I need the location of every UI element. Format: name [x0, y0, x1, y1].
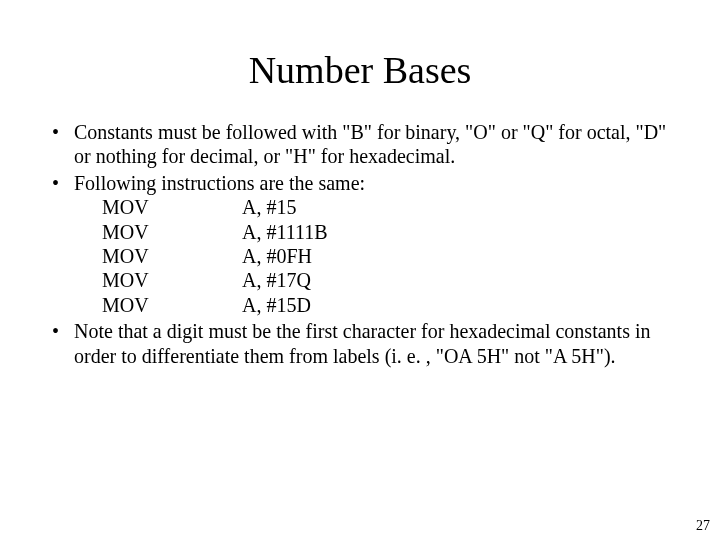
bullet-list: Constants must be followed with "B" for …: [46, 120, 674, 368]
instruction-row: MOV A, #15D: [102, 293, 674, 317]
instruction-row: MOV A, #1111B: [102, 220, 674, 244]
instruction-arg: A, #15D: [242, 293, 674, 317]
slide-body: Constants must be followed with "B" for …: [0, 120, 720, 368]
slide: Number Bases Constants must be followed …: [0, 0, 720, 540]
instruction-arg: A, #17Q: [242, 268, 674, 292]
bullet-text: Following instructions are the same:: [74, 172, 365, 194]
bullet-item: Constants must be followed with "B" for …: [46, 120, 674, 169]
slide-title: Number Bases: [0, 0, 720, 120]
instruction-block: MOV A, #15 MOV A, #1111B MOV A, #0FH MOV…: [74, 195, 674, 317]
bullet-item: Following instructions are the same: MOV…: [46, 171, 674, 317]
page-number: 27: [696, 518, 710, 534]
instruction-row: MOV A, #17Q: [102, 268, 674, 292]
bullet-text: Note that a digit must be the first char…: [74, 320, 650, 366]
instruction-op: MOV: [102, 195, 242, 219]
instruction-op: MOV: [102, 293, 242, 317]
instruction-row: MOV A, #0FH: [102, 244, 674, 268]
bullet-item: Note that a digit must be the first char…: [46, 319, 674, 368]
instruction-arg: A, #15: [242, 195, 674, 219]
instruction-op: MOV: [102, 244, 242, 268]
instruction-arg: A, #1111B: [242, 220, 674, 244]
instruction-row: MOV A, #15: [102, 195, 674, 219]
instruction-arg: A, #0FH: [242, 244, 674, 268]
instruction-op: MOV: [102, 268, 242, 292]
instruction-op: MOV: [102, 220, 242, 244]
bullet-text: Constants must be followed with "B" for …: [74, 121, 666, 167]
